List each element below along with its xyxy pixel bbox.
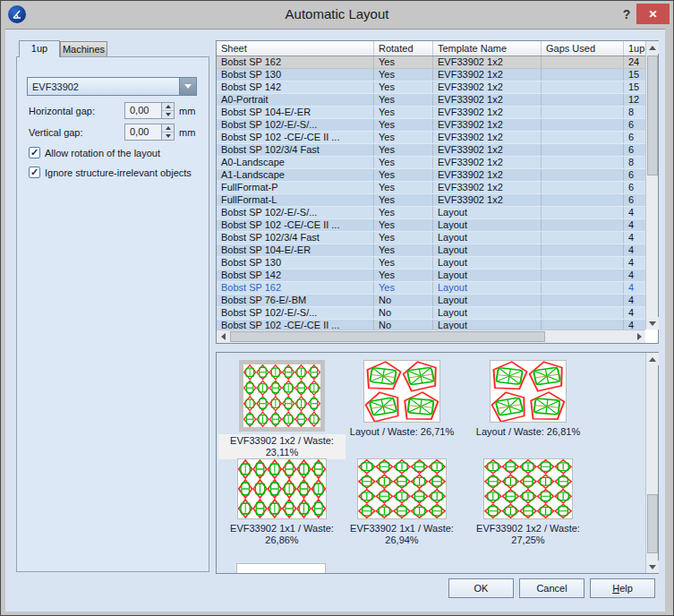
table-row[interactable]: FullFormat-LYesEVF33902 1x26: [217, 194, 645, 207]
cell-gaps: [542, 144, 624, 156]
help-button[interactable]: Help: [590, 578, 655, 598]
tab-1up[interactable]: 1up: [19, 40, 60, 57]
spin-up-button[interactable]: [162, 124, 174, 133]
layout-thumbnail[interactable]: Layout / Waste: 26,71%: [338, 360, 465, 439]
table-row[interactable]: Bobst SP 130YesLayout4: [217, 257, 645, 270]
layout-thumbnail[interactable]: Layout / Waste: 26,81%: [465, 360, 592, 439]
column-header-1up[interactable]: 1up: [624, 41, 645, 56]
cancel-button[interactable]: Cancel: [519, 578, 584, 598]
help-icon[interactable]: ?: [619, 4, 635, 24]
scroll-down-button[interactable]: [646, 560, 659, 573]
table-row[interactable]: FullFormat-PYesEVF33902 1x26: [217, 182, 645, 194]
layout-thumbnail[interactable]: EVF33902 1x2 / Waste: 23,11%: [218, 360, 346, 459]
cell-rotated: No: [374, 295, 433, 306]
table-row[interactable]: A0-PortraitYesEVF33902 1x212: [217, 94, 645, 107]
column-header-sheet[interactable]: Sheet: [217, 41, 374, 56]
cell-rotated: No: [374, 307, 433, 319]
cell-oneup: 24: [624, 56, 645, 68]
scroll-up-button[interactable]: [646, 41, 659, 54]
scroll-up-button[interactable]: [646, 353, 659, 365]
cell-oneup: 6: [624, 169, 645, 181]
layout-preview-image[interactable]: [239, 360, 325, 432]
table-row[interactable]: A0-LandscapeYesEVF33902 1x28: [217, 157, 645, 169]
table-row[interactable]: Bobst SP 76-E/-BMNoLayout4: [217, 295, 645, 307]
scrollbar-thumb[interactable]: [647, 494, 658, 553]
close-button[interactable]: ✕: [636, 4, 670, 24]
arrow-up-icon: [166, 105, 171, 108]
cell-oneup: 6: [624, 144, 645, 156]
cell-gaps: [542, 232, 624, 244]
cell-rotated: Yes: [374, 219, 433, 231]
table-vertical-scrollbar[interactable]: [645, 41, 658, 329]
table-row[interactable]: Bobst SP 102/-E/-S/...YesLayout4: [217, 207, 645, 219]
dropdown-arrow-button[interactable]: [179, 78, 196, 95]
allow-rotation-label[interactable]: Allow rotation of the layout: [45, 148, 160, 158]
partial-thumbnail[interactable]: [236, 563, 326, 573]
table-row[interactable]: Bobst SP 130YesEVF33902 1x215: [217, 69, 645, 81]
table-row[interactable]: Bobst SP 104-E/-ERYesEVF33902 1x28: [217, 107, 645, 119]
allow-rotation-checkbox[interactable]: ✓: [29, 147, 40, 158]
table-row[interactable]: Bobst SP 104-E/-ERYesLayout4: [217, 244, 645, 257]
cell-template: Layout: [433, 282, 542, 294]
layout-preview-image[interactable]: [483, 458, 573, 519]
cell-gaps: [542, 244, 624, 256]
tab-machines[interactable]: Machines: [60, 41, 107, 57]
thumbnails-vertical-scrollbar[interactable]: [645, 353, 658, 573]
scrollbar-thumb[interactable]: [230, 331, 545, 342]
column-header-rotated[interactable]: Rotated: [374, 41, 433, 56]
table-row[interactable]: Bobst SP 162YesEVF33902 1x224: [217, 56, 645, 69]
scroll-left-button[interactable]: [217, 330, 229, 343]
column-header-gaps[interactable]: Gaps Used: [542, 41, 624, 56]
cell-sheet: Bobst SP 102/-E/-S/...: [217, 119, 374, 131]
cell-sheet: A0-Portrait: [217, 94, 374, 106]
thumbnail-caption: EVF33902 1x2 / Waste: 23,11%: [218, 434, 346, 459]
layout-preview-image[interactable]: [237, 458, 327, 519]
table-row[interactable]: Bobst SP 102 -CE/-CE II ...YesLayout4: [217, 219, 645, 232]
spin-up-button[interactable]: [162, 103, 174, 111]
machine-dropdown[interactable]: EVF33902: [27, 77, 197, 96]
scrollbar-thumb[interactable]: [647, 56, 658, 175]
scroll-down-button[interactable]: [646, 317, 659, 329]
cell-oneup: 4: [624, 232, 645, 244]
column-header-template[interactable]: Template Name: [433, 41, 542, 56]
table-row[interactable]: Bobst SP 102/3/4 FastYesLayout4: [217, 232, 645, 244]
table-row[interactable]: Bobst SP 162YesLayout4: [217, 282, 645, 295]
spin-down-button[interactable]: [162, 111, 174, 119]
table-row[interactable]: Bobst SP 102/3/4 FastYesEVF33902 1x26: [217, 144, 645, 157]
table-row[interactable]: Bobst SP 102/-E/-S/...NoLayout4: [217, 307, 645, 320]
layout-preview-image[interactable]: [363, 360, 440, 423]
cell-gaps: [542, 270, 624, 281]
layout-thumbnail[interactable]: EVF33902 1x2 / Waste: 27,25%: [465, 458, 592, 547]
cell-rotated: Yes: [374, 282, 433, 294]
ignore-structure-label[interactable]: Ignore structure-irrelevant objects: [45, 167, 192, 178]
cell-oneup: 4: [624, 320, 645, 329]
cell-oneup: 6: [624, 119, 645, 131]
layout-preview-image[interactable]: [490, 360, 567, 423]
table-row[interactable]: Bobst SP 102 -CE/-CE II ...YesEVF33902 1…: [217, 132, 645, 144]
ok-button[interactable]: OK: [448, 578, 514, 598]
table-row[interactable]: Bobst SP 102/-E/-S/...YesEVF33902 1x26: [217, 119, 645, 132]
vertical-gap-input[interactable]: 0,00: [124, 124, 162, 141]
table-row[interactable]: A1-LandscapeYesEVF33902 1x26: [217, 169, 645, 182]
cell-sheet: Bobst SP 142: [217, 270, 374, 281]
cell-gaps: [542, 295, 624, 306]
cell-template: EVF33902 1x2: [433, 107, 542, 118]
titlebar[interactable]: Automatic Layout ? ✕: [1, 1, 673, 29]
table-row[interactable]: Bobst SP 102 -CE/-CE II ...NoLayout4: [217, 320, 645, 329]
table-horizontal-scrollbar[interactable]: [217, 329, 645, 343]
horizontal-gap-spinner[interactable]: [162, 102, 175, 119]
layout-thumbnail[interactable]: EVF33902 1x1 / Waste: 26,86%: [218, 458, 346, 547]
table-row[interactable]: Bobst SP 142YesLayout4: [217, 270, 645, 282]
cell-template: Layout: [433, 307, 542, 319]
ignore-structure-checkbox[interactable]: ✓: [29, 167, 40, 178]
layout-preview-image[interactable]: [357, 458, 447, 519]
table-row[interactable]: Bobst SP 142YesEVF33902 1x215: [217, 81, 645, 94]
vertical-gap-spinner[interactable]: [162, 124, 175, 141]
spin-down-button[interactable]: [162, 133, 174, 141]
scroll-right-button[interactable]: [633, 330, 645, 343]
checkmark-icon: ✓: [30, 167, 38, 177]
cell-gaps: [542, 132, 624, 143]
layout-thumbnail[interactable]: EVF33902 1x1 / Waste: 26,94%: [338, 458, 465, 547]
cell-sheet: FullFormat-P: [217, 182, 374, 193]
horizontal-gap-input[interactable]: 0,00: [124, 102, 162, 119]
